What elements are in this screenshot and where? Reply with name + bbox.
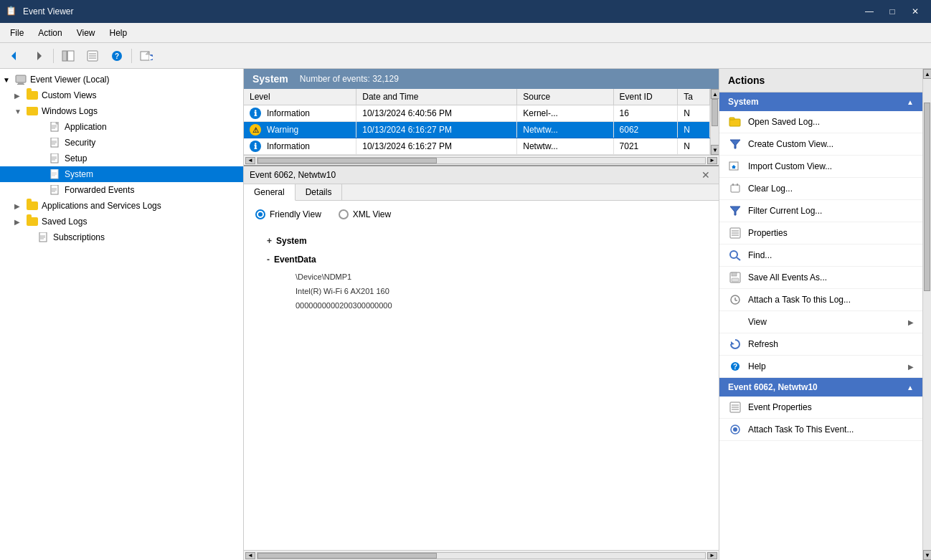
- table-scroll-track[interactable]: [711, 99, 719, 145]
- right-panel: Actions System ▲ Open Saved Log...: [719, 69, 922, 560]
- actions-section-event[interactable]: Event 6062, Netwtw10 ▲: [719, 378, 922, 397]
- log-file-icon: [50, 122, 60, 133]
- col-level[interactable]: Level: [244, 89, 356, 105]
- table-row[interactable]: ℹ Information 10/13/2024 6:40:56 PM Kern…: [244, 105, 710, 122]
- menu-file[interactable]: File: [3, 25, 31, 41]
- table-scroll-left-btn[interactable]: ◄: [245, 157, 255, 164]
- table-row[interactable]: ⚠ Warning 10/13/2024 6:16:27 PM Netwtw..…: [244, 122, 710, 138]
- action-create-custom-view[interactable]: Create Custom View...: [719, 133, 922, 156]
- toolbar-showhide-button[interactable]: [57, 46, 80, 66]
- actions-section-system[interactable]: System ▲: [719, 92, 922, 111]
- action-clear-log[interactable]: Clear Log...: [719, 178, 922, 200]
- tree-item-setup[interactable]: Setup: [0, 151, 243, 166]
- right-scroll-thumb[interactable]: [924, 103, 930, 291]
- tree-item-system[interactable]: System: [0, 166, 243, 182]
- table-hscrollbar[interactable]: ◄ ►: [244, 155, 719, 165]
- action-view[interactable]: View ▶: [719, 311, 922, 333]
- action-refresh[interactable]: Refresh: [719, 333, 922, 356]
- detail-header: Event 6062, Netwtw10 ✕: [244, 166, 719, 184]
- xml-view-radio[interactable]: XML View: [339, 209, 391, 219]
- col-datetime[interactable]: Date and Time: [356, 89, 517, 105]
- setup-label: Setup: [65, 153, 87, 163]
- tree-item-application[interactable]: Application: [0, 119, 243, 135]
- close-button[interactable]: ✕: [905, 4, 925, 19]
- toolbar-forward-button[interactable]: [27, 46, 50, 66]
- system-expand-row[interactable]: + System: [267, 234, 696, 250]
- center-panel: System Number of events: 32,129 Level Da…: [244, 69, 719, 560]
- action-attach-task-log[interactable]: Attach a Task To this Log...: [719, 289, 922, 311]
- friendly-view-radio[interactable]: Friendly View: [255, 209, 321, 219]
- action-save-all-events[interactable]: Save All Events As...: [719, 267, 922, 289]
- col-task[interactable]: Ta: [678, 89, 710, 105]
- tree-root[interactable]: ▼ Event Viewer (Local): [0, 72, 243, 87]
- menu-help[interactable]: Help: [103, 25, 135, 41]
- cell-source-1: Kernel-...: [517, 105, 613, 122]
- tree-item-custom-views[interactable]: ▶ Custom Views: [0, 87, 243, 103]
- table-scroll-down-btn[interactable]: ▼: [711, 145, 719, 155]
- detail-tabs: General Details: [244, 184, 719, 201]
- tab-general[interactable]: General: [244, 184, 296, 201]
- minimize-button[interactable]: —: [859, 4, 879, 19]
- detail-hscroll-track[interactable]: [257, 552, 706, 559]
- table-hscroll-track[interactable]: [257, 157, 706, 164]
- root-expand-arrow: ▼: [3, 76, 14, 84]
- folder-icon-custom-views: [26, 89, 39, 102]
- doc-icon-application: [49, 120, 62, 133]
- show-hide-icon: [62, 50, 75, 62]
- tree-item-security[interactable]: Security: [0, 135, 243, 151]
- action-filter-current-log[interactable]: Filter Current Log...: [719, 200, 922, 222]
- action-find[interactable]: Find...: [719, 245, 922, 267]
- detail-hscrollbar[interactable]: ◄ ►: [244, 550, 719, 560]
- table-scroll-thumb[interactable]: [712, 99, 718, 126]
- table-scroll-right-btn[interactable]: ►: [707, 157, 717, 164]
- maximize-button[interactable]: □: [882, 4, 902, 19]
- right-scroll-down-btn[interactable]: ▼: [923, 550, 931, 560]
- col-source[interactable]: Source: [517, 89, 613, 105]
- find-icon: [728, 248, 742, 262]
- tree-item-app-services-logs[interactable]: ▶ Applications and Services Logs: [0, 198, 243, 214]
- security-label: Security: [65, 138, 95, 148]
- detail-title: Event 6062, Netwtw10: [250, 170, 336, 180]
- saved-logs-arrow: ▶: [14, 218, 26, 226]
- col-eventid[interactable]: Event ID: [613, 89, 678, 105]
- detail-hscroll-thumb[interactable]: [257, 553, 437, 559]
- action-properties[interactable]: Properties: [719, 222, 922, 245]
- main-layout: ▼ Event Viewer (Local) ▶ Custom Views ▼: [0, 69, 931, 560]
- menu-action[interactable]: Action: [31, 25, 69, 41]
- right-scroll-up-btn[interactable]: ▲: [923, 69, 931, 79]
- action-event-properties[interactable]: Event Properties: [719, 397, 922, 419]
- tree-item-subscriptions[interactable]: Subscriptions: [0, 229, 243, 245]
- menu-view[interactable]: View: [70, 25, 103, 41]
- action-open-saved-log[interactable]: Open Saved Log...: [719, 111, 922, 133]
- tree-item-saved-logs[interactable]: ▶ Saved Logs: [0, 214, 243, 229]
- window-title: Event Viewer: [23, 6, 73, 16]
- action-attach-task-event[interactable]: Attach Task To This Event...: [719, 419, 922, 441]
- properties-icon: [87, 50, 98, 62]
- toolbar-help-button[interactable]: ?: [105, 46, 128, 66]
- svg-marker-45: [730, 140, 740, 148]
- table-row[interactable]: ℹ Information 10/13/2024 6:16:27 PM Netw…: [244, 138, 710, 155]
- save-all-events-label: Save All Events As...: [748, 272, 827, 283]
- table-scroll-up-btn[interactable]: ▲: [711, 89, 719, 99]
- tab-details[interactable]: Details: [296, 184, 343, 200]
- cell-source-2: Netwtw...: [517, 122, 613, 138]
- action-import-custom-view[interactable]: Import Custom View...: [719, 156, 922, 178]
- right-scroll-track[interactable]: [923, 79, 931, 550]
- detail-close-button[interactable]: ✕: [699, 169, 713, 181]
- toolbar-properties-button[interactable]: [81, 46, 104, 66]
- toolbar-newlog-button[interactable]: ▶: [135, 46, 158, 66]
- toolbar-back-button[interactable]: [3, 46, 26, 66]
- eventdata-expand-row[interactable]: - EventData: [267, 252, 696, 268]
- menu-bar: File Action View Help: [0, 23, 931, 43]
- eventdata-section-label: EventData: [274, 252, 316, 268]
- detail-scroll-left-btn[interactable]: ◄: [245, 552, 255, 559]
- filter-current-log-label: Filter Current Log...: [748, 206, 822, 216]
- action-help[interactable]: ? Help ▶: [719, 356, 922, 378]
- detail-scroll-right-btn[interactable]: ►: [707, 552, 717, 559]
- table-hscroll-thumb[interactable]: [257, 158, 437, 163]
- saved-logs-label: Saved Logs: [42, 217, 87, 227]
- tree-item-forwarded-events[interactable]: Forwarded Events: [0, 182, 243, 198]
- table-vscrollbar[interactable]: ▲ ▼: [710, 89, 719, 155]
- tree-item-windows-logs[interactable]: ▼ Windows Logs: [0, 103, 243, 119]
- doc-icon-forwarded-events: [49, 184, 62, 196]
